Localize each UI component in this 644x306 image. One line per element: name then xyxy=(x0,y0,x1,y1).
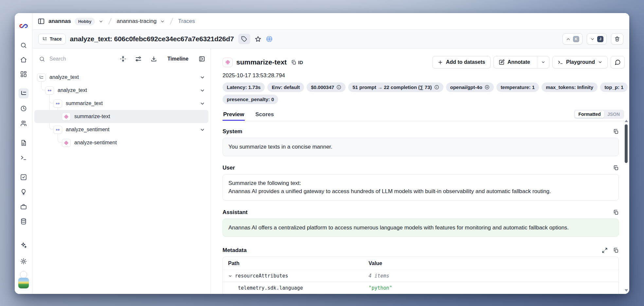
metadata-header-row: Path Value xyxy=(223,257,618,270)
evaluation-check-icon[interactable] xyxy=(20,174,27,181)
tree-row-generation[interactable]: analyze-sentiment xyxy=(34,136,208,149)
datasets-database-icon[interactable] xyxy=(20,218,27,225)
scroll-up-arrow[interactable] xyxy=(625,120,628,122)
metadata-section-header: Metadata xyxy=(223,247,619,254)
project-name[interactable]: anannas-tracing xyxy=(116,18,156,25)
terminal-icon[interactable] xyxy=(20,154,27,161)
comments-button[interactable] xyxy=(611,56,625,68)
collapse-all-icon[interactable] xyxy=(120,56,126,62)
copy-icon[interactable] xyxy=(613,129,619,135)
org-name[interactable]: anannas xyxy=(48,18,71,25)
download-icon[interactable] xyxy=(151,56,157,62)
previous-trace-button[interactable]: K xyxy=(563,33,582,45)
sessions-clock-icon[interactable] xyxy=(20,105,27,112)
metadata-value: 4 items xyxy=(368,273,389,279)
timeline-button[interactable]: Timeline xyxy=(167,56,188,62)
chevron-down-icon[interactable] xyxy=(200,88,205,93)
annotate-label: Annotate xyxy=(508,59,530,65)
vertical-scrollbar[interactable] xyxy=(624,119,628,292)
tag-icon[interactable] xyxy=(238,34,250,44)
chevron-down-icon[interactable] xyxy=(200,75,205,80)
scroll-down-arrow[interactable] xyxy=(625,289,628,292)
copy-icon[interactable] xyxy=(613,165,619,171)
user-message-line: Summarize the following text: xyxy=(228,179,613,188)
preview-content: System You summarize texts in a concise … xyxy=(223,121,629,294)
lightbulb-icon[interactable] xyxy=(20,189,27,195)
briefcase-icon[interactable] xyxy=(20,203,27,210)
breadcrumb-page[interactable]: Traces xyxy=(178,18,195,25)
plus-circle-icon xyxy=(485,85,490,90)
prompts-file-icon[interactable] xyxy=(20,139,27,146)
span-icon xyxy=(45,86,54,95)
tree-row-generation-selected[interactable]: summarize-text xyxy=(34,110,208,123)
tokens-badge[interactable]: 51 prompt → 22 completion (∑ 73) xyxy=(348,82,443,92)
system-section-header: System xyxy=(223,128,619,135)
icon-rail xyxy=(15,13,32,294)
cost-badge[interactable]: $0.000347 xyxy=(307,82,346,92)
copy-id-button[interactable]: ID xyxy=(291,60,303,65)
chevron-down-icon[interactable] xyxy=(98,19,103,24)
copy-icon[interactable] xyxy=(613,247,619,253)
trace-tree: analyze_text analyze_text summarize_text xyxy=(32,71,210,149)
span-icon xyxy=(53,126,62,134)
annotate-button[interactable]: Annotate xyxy=(494,56,534,68)
tab-scores[interactable]: Scores xyxy=(255,111,275,121)
user-section-header: User xyxy=(223,165,619,171)
star-icon[interactable] xyxy=(255,36,261,43)
tree-row-span[interactable]: summarize_text xyxy=(34,97,208,110)
traces-icon[interactable] xyxy=(18,88,28,99)
assistant-section-header: Assistant xyxy=(223,209,619,216)
chevron-down-icon[interactable] xyxy=(200,101,205,106)
format-toggle: Formatted JSON xyxy=(574,110,624,119)
metadata-path: resourceAttributes xyxy=(235,273,288,279)
section-title: User xyxy=(223,165,235,171)
tree-row-trace[interactable]: analyze_text xyxy=(34,71,208,84)
tree-row-span[interactable]: analyze_sentiment xyxy=(34,123,208,136)
system-message-text: You summarize texts in a concise manner. xyxy=(228,144,332,150)
filter-sliders-icon[interactable] xyxy=(135,56,142,62)
metadata-row-group[interactable]: resourceAttributes 4 items xyxy=(223,270,618,282)
format-formatted[interactable]: Formatted xyxy=(575,111,604,118)
collapse-panel-icon[interactable] xyxy=(199,56,205,62)
model-badge[interactable]: openai/gpt-4o xyxy=(446,82,494,92)
settings-gear-icon[interactable] xyxy=(20,258,27,265)
playground-button[interactable]: Playground xyxy=(552,56,608,68)
annotate-dropdown-chevron[interactable] xyxy=(537,56,549,68)
generation-icon xyxy=(62,139,71,147)
tree-row-span[interactable]: analyze_text xyxy=(34,84,208,97)
anannas-logo-icon[interactable] xyxy=(19,22,28,30)
scrollbar-thumb[interactable] xyxy=(625,124,628,163)
copy-icon[interactable] xyxy=(613,209,619,215)
generation-icon xyxy=(223,58,233,67)
expand-icon[interactable] xyxy=(602,247,608,253)
delete-trace-button[interactable] xyxy=(611,33,623,45)
observation-detail-pane: summarize-text ID Add to datasets xyxy=(211,48,629,294)
tree-row-label: analyze_text xyxy=(49,74,79,80)
env-badge: Env: default xyxy=(267,82,304,92)
next-trace-button[interactable]: J xyxy=(587,33,607,45)
add-to-datasets-button[interactable]: Add to datasets xyxy=(432,56,491,68)
breadcrumb-separator xyxy=(169,18,174,25)
chevron-down-icon[interactable] xyxy=(160,19,165,24)
metadata-path: telemetry.sdk.language xyxy=(238,285,303,291)
detail-tabs: Preview Scores Formatted JSON xyxy=(223,109,624,121)
column-header-value: Value xyxy=(363,257,618,270)
format-json[interactable]: JSON xyxy=(604,111,623,118)
chevron-down-icon[interactable] xyxy=(228,274,232,278)
section-title: Metadata xyxy=(223,247,247,254)
chevron-down-icon[interactable] xyxy=(200,127,205,133)
dashboard-icon[interactable] xyxy=(20,71,27,78)
search-input[interactable] xyxy=(49,56,108,62)
users-icon[interactable] xyxy=(20,120,27,127)
id-label: ID xyxy=(298,60,303,65)
sidebar-toggle-icon[interactable] xyxy=(38,18,45,25)
workspace-avatar[interactable] xyxy=(18,278,29,289)
tree-pane-toolbar: Timeline xyxy=(32,48,210,69)
globe-icon[interactable] xyxy=(266,35,273,43)
search-icon[interactable] xyxy=(20,42,27,49)
section-title: System xyxy=(223,128,242,135)
home-icon[interactable] xyxy=(20,56,27,63)
tab-preview[interactable]: Preview xyxy=(223,111,245,121)
column-header-path: Path xyxy=(223,257,363,270)
sparkles-icon[interactable] xyxy=(20,242,27,249)
